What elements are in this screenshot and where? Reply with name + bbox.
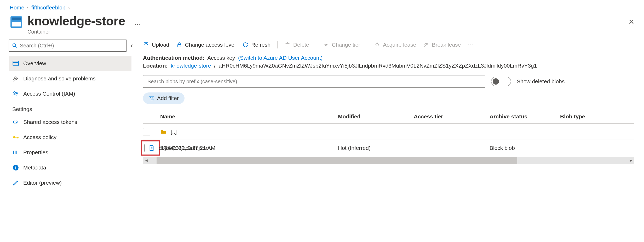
sidebar-item-label: Shared access tokens bbox=[23, 119, 77, 125]
more-actions-icon[interactable]: ··· bbox=[135, 21, 141, 28]
location-sep: / bbox=[214, 63, 216, 69]
sidebar-search[interactable] bbox=[9, 40, 127, 52]
acquire-icon bbox=[374, 42, 380, 48]
sidebar-section-settings: Settings bbox=[9, 101, 131, 114]
auth-label: Authentication method: bbox=[143, 55, 205, 61]
sidebar-item-overview[interactable]: Overview bbox=[9, 56, 131, 71]
svg-rect-12 bbox=[18, 137, 19, 138]
auth-value: Access key bbox=[207, 55, 235, 61]
sidebar-item-label: Access policy bbox=[23, 134, 56, 140]
svg-point-7 bbox=[14, 92, 16, 94]
svg-point-27 bbox=[376, 43, 378, 46]
scroll-left-icon[interactable]: ◄ bbox=[143, 158, 150, 163]
svg-point-3 bbox=[13, 44, 16, 47]
sidebar-item-label: Metadata bbox=[23, 164, 46, 171]
change-access-button[interactable]: Change access level bbox=[176, 42, 236, 48]
sidebar-item-label: Properties bbox=[23, 149, 48, 156]
blob-search-input[interactable] bbox=[143, 75, 485, 88]
col-tier[interactable]: Access tier bbox=[414, 113, 490, 120]
switch-auth-link[interactable]: (Switch to Azure AD User Account) bbox=[238, 55, 323, 61]
toolbar-label: Acquire lease bbox=[383, 42, 416, 48]
close-icon[interactable]: ✕ bbox=[628, 18, 634, 26]
folder-icon bbox=[160, 128, 167, 135]
svg-rect-21 bbox=[178, 45, 181, 47]
row-checkbox[interactable] bbox=[143, 128, 150, 135]
toolbar-label: Upload bbox=[152, 42, 169, 48]
svg-point-8 bbox=[16, 92, 18, 94]
sidebar-item-metadata[interactable]: Metadata bbox=[9, 160, 131, 175]
sidebar-item-label: Access Control (IAM) bbox=[23, 91, 75, 97]
people-icon bbox=[12, 90, 19, 97]
row-modified: 5/26/2022, 9:37:21 AM bbox=[160, 145, 338, 151]
svg-point-9 bbox=[13, 136, 15, 139]
overview-icon bbox=[12, 60, 19, 67]
properties-icon bbox=[12, 149, 19, 156]
row-checkbox[interactable] bbox=[144, 144, 145, 152]
sidebar-item-diagnose[interactable]: Diagnose and solve problems bbox=[9, 71, 131, 86]
col-type[interactable]: Blob type bbox=[560, 113, 634, 120]
break-lease-button: Break lease bbox=[423, 42, 461, 48]
toolbar-label: Change tier bbox=[332, 42, 360, 48]
page-header: knowledge-store Container ··· ✕ bbox=[0, 13, 644, 40]
location-link[interactable]: knowledge-store bbox=[171, 63, 211, 69]
upload-button[interactable]: Upload bbox=[143, 42, 169, 48]
show-deleted-label: Show deleted blobs bbox=[517, 78, 565, 85]
breadcrumb-storage[interactable]: fifthcoffeeblob bbox=[31, 4, 65, 11]
svg-rect-1 bbox=[12, 22, 21, 26]
add-filter-button[interactable]: Add filter bbox=[143, 92, 185, 104]
upload-icon bbox=[143, 42, 149, 48]
file-icon bbox=[148, 145, 155, 151]
sidebar-item-iam[interactable]: Access Control (IAM) bbox=[9, 86, 131, 101]
toolbar-more-icon[interactable]: ··· bbox=[468, 41, 474, 48]
main-panel: Upload Change access level Refresh Delet… bbox=[134, 40, 644, 190]
breadcrumb-home[interactable]: Home bbox=[10, 4, 24, 11]
scroll-right-icon[interactable]: ► bbox=[628, 158, 634, 163]
col-modified[interactable]: Modified bbox=[338, 113, 414, 120]
svg-rect-22 bbox=[286, 44, 289, 47]
horizontal-scrollbar[interactable]: ◄ ► bbox=[143, 157, 634, 164]
row-tier: Hot (Inferred) bbox=[338, 145, 414, 151]
toolbar-label: Change access level bbox=[185, 42, 236, 48]
col-archive[interactable]: Archive status bbox=[490, 113, 560, 120]
svg-rect-10 bbox=[15, 137, 18, 138]
sidebar-item-policy[interactable]: Access policy bbox=[9, 130, 131, 145]
filter-plus-icon bbox=[149, 95, 154, 101]
breadcrumb: Home › fifthcoffeeblob › bbox=[0, 0, 644, 13]
collapse-sidebar-icon[interactable]: ‹‹ bbox=[130, 42, 131, 49]
show-deleted-toggle[interactable] bbox=[491, 77, 511, 86]
toolbar-label: Delete bbox=[293, 42, 309, 48]
break-icon bbox=[423, 42, 429, 48]
delete-button: Delete bbox=[284, 42, 309, 48]
toolbar: Upload Change access level Refresh Delet… bbox=[143, 40, 634, 55]
col-name[interactable]: Name bbox=[160, 113, 338, 120]
page-subtitle: Container bbox=[27, 29, 125, 35]
location-label: Location: bbox=[143, 63, 168, 69]
sidebar-item-label: Diagnose and solve problems bbox=[23, 75, 96, 82]
container-icon bbox=[10, 15, 23, 29]
sidebar-item-label: Editor (preview) bbox=[23, 180, 62, 186]
svg-rect-17 bbox=[15, 167, 16, 169]
trash-icon bbox=[284, 42, 291, 48]
change-tier-button: Change tier bbox=[323, 42, 360, 48]
toolbar-label: Break lease bbox=[432, 42, 461, 48]
sidebar: ‹‹ Overview Diagnose and solve problems … bbox=[0, 40, 134, 190]
row-name: [..] bbox=[171, 129, 177, 135]
svg-rect-5 bbox=[13, 61, 19, 65]
sidebar-item-sas[interactable]: Shared access tokens bbox=[9, 114, 131, 130]
sidebar-item-properties[interactable]: Properties bbox=[9, 145, 131, 160]
svg-rect-11 bbox=[17, 137, 18, 138]
scrollbar-thumb[interactable] bbox=[157, 157, 517, 164]
sidebar-item-label: Overview bbox=[23, 60, 46, 67]
table-row-parent[interactable]: [..] bbox=[143, 124, 634, 140]
refresh-button[interactable]: Refresh bbox=[242, 42, 271, 48]
pencil-icon bbox=[12, 179, 19, 186]
key-icon bbox=[12, 134, 19, 141]
toolbar-separator bbox=[367, 41, 367, 48]
table-row-file[interactable]: objectprojection.json 5/26/2022, 9:37:21… bbox=[143, 140, 634, 156]
svg-rect-2 bbox=[12, 18, 21, 20]
sidebar-item-editor[interactable]: Editor (preview) bbox=[9, 175, 131, 190]
sidebar-search-input[interactable] bbox=[17, 43, 123, 49]
refresh-icon bbox=[242, 42, 249, 48]
auth-method-line: Authentication method: Access key (Switc… bbox=[143, 55, 634, 61]
location-path: aHR0cHM6Ly9maWZ0aGNvZmZlZWJsb2IuYmxvYi5j… bbox=[218, 63, 537, 69]
